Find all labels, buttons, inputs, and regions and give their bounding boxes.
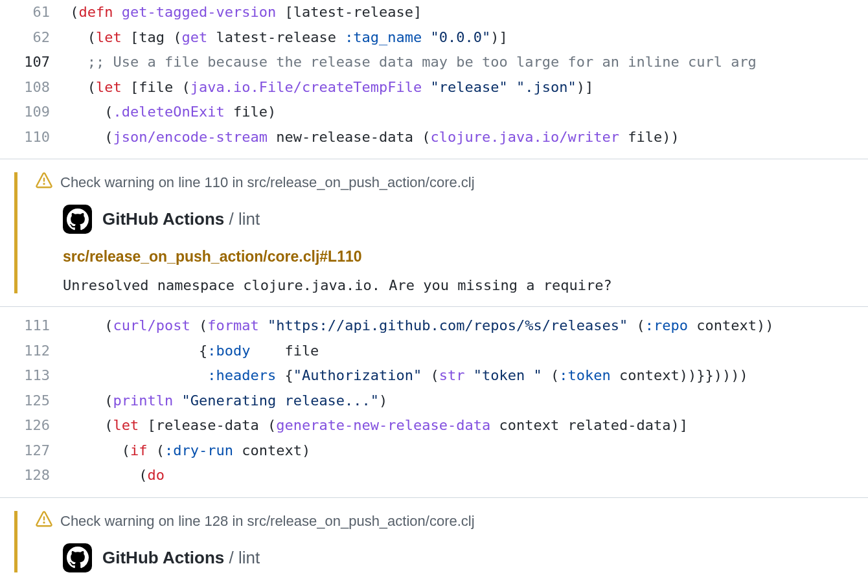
code-text: {:body file: [62, 339, 868, 364]
annotation-file-link[interactable]: src/release_on_push_action/core.clj#L110: [63, 248, 868, 266]
line-number[interactable]: 108: [0, 75, 62, 100]
line-number[interactable]: 111: [0, 313, 62, 339]
code-line[interactable]: 128 (do: [0, 463, 868, 488]
line-number[interactable]: 61: [0, 0, 62, 25]
line-number[interactable]: 110: [0, 125, 62, 150]
line-number[interactable]: 126: [0, 413, 62, 438]
annotation-header-text: Check warning on line 128 in src/release…: [60, 513, 475, 530]
line-number[interactable]: 128: [0, 463, 62, 488]
code-text: (let [tag (get latest-release :tag_name …: [62, 25, 868, 51]
check-annotation-2: Check warning on line 128 in src/release…: [0, 497, 868, 572]
code-text: (let [release-data (generate-new-release…: [62, 413, 868, 438]
code-text: ;; Use a file because the release data m…: [62, 50, 868, 75]
check-annotation-1: Check warning on line 110 in src/release…: [0, 159, 868, 307]
code-text: (do: [62, 463, 868, 488]
check-source-label: GitHub Actions / lint: [102, 548, 260, 568]
code-line[interactable]: 107 ;; Use a file because the release da…: [0, 50, 868, 75]
code-line[interactable]: 108 (let [file (java.io.File/createTempF…: [0, 75, 868, 100]
warning-icon: [36, 172, 52, 193]
check-source: GitHub Actions / lint: [63, 543, 868, 572]
code-text: (curl/post (format "https://api.github.c…: [62, 313, 868, 339]
check-source: GitHub Actions / lint: [63, 205, 868, 234]
code-text: (if (:dry-run context): [62, 438, 868, 464]
code-line[interactable]: 113 :headers {"Authorization" (str "toke…: [0, 363, 868, 389]
code-text: :headers {"Authorization" (str "token " …: [62, 363, 868, 389]
code-text: (json/encode-stream new-release-data (cl…: [62, 125, 868, 150]
annotation-header: Check warning on line 128 in src/release…: [36, 511, 868, 532]
code-line[interactable]: 61 (defn get-tagged-version [latest-rele…: [0, 0, 868, 25]
code-line[interactable]: 110 (json/encode-stream new-release-data…: [0, 125, 868, 150]
github-logo-icon: [63, 543, 92, 572]
annotation-header: Check warning on line 110 in src/release…: [36, 172, 868, 193]
warning-icon: [36, 511, 52, 532]
line-number[interactable]: 62: [0, 25, 62, 51]
code-text: (let [file (java.io.File/createTempFile …: [62, 75, 868, 100]
line-number[interactable]: 107: [0, 50, 62, 75]
code-line[interactable]: 125 (println "Generating release..."): [0, 389, 868, 414]
code-line[interactable]: 112 {:body file: [0, 339, 868, 364]
code-line[interactable]: 126 (let [release-data (generate-new-rel…: [0, 413, 868, 438]
code-text: (defn get-tagged-version [latest-release…: [62, 0, 868, 25]
code-line[interactable]: 127 (if (:dry-run context): [0, 438, 868, 464]
check-source-label: GitHub Actions / lint: [102, 209, 260, 229]
code-line[interactable]: 62 (let [tag (get latest-release :tag_na…: [0, 25, 868, 51]
github-logo-icon: [63, 205, 92, 234]
code-text: (.deleteOnExit file): [62, 100, 868, 125]
annotation-message: Unresolved namespace clojure.java.io. Ar…: [63, 277, 868, 293]
line-number[interactable]: 127: [0, 438, 62, 464]
code-text: (println "Generating release..."): [62, 389, 868, 414]
line-number[interactable]: 109: [0, 100, 62, 125]
code-block-2: 111 (curl/post (format "https://api.gith…: [0, 313, 868, 488]
code-block-1: 61 (defn get-tagged-version [latest-rele…: [0, 0, 868, 150]
code-line[interactable]: 109 (.deleteOnExit file): [0, 100, 868, 125]
code-line[interactable]: 111 (curl/post (format "https://api.gith…: [0, 313, 868, 339]
line-number[interactable]: 125: [0, 389, 62, 414]
line-number[interactable]: 112: [0, 339, 62, 364]
annotation-header-text: Check warning on line 110 in src/release…: [60, 174, 475, 191]
line-number[interactable]: 113: [0, 363, 62, 389]
